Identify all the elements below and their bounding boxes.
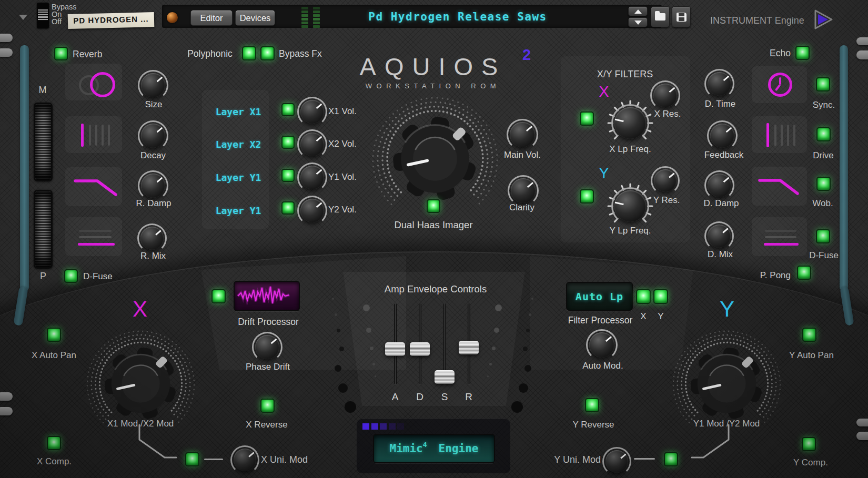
decor-dot (335, 365, 341, 372)
x-lp-freq-knob[interactable] (614, 107, 646, 139)
purple-square (371, 423, 378, 430)
y-uni-mod-led[interactable] (664, 452, 678, 466)
x-uni-mod-led[interactable] (185, 452, 199, 466)
decay-knob[interactable] (141, 124, 165, 148)
feedback-knob[interactable] (710, 124, 734, 148)
y-uni-line (634, 458, 655, 460)
purple-square (362, 423, 369, 430)
layer-name[interactable]: Layer Y1 (210, 172, 267, 183)
decor-dot (332, 298, 334, 300)
p-wheel[interactable] (34, 190, 53, 269)
bypass-fx-led[interactable] (260, 46, 275, 60)
mimic-display[interactable]: Mimic4Engine (373, 434, 495, 463)
decay-slider-handle[interactable] (410, 342, 430, 356)
y-auto-pan-led[interactable] (802, 328, 816, 342)
edge-handle (856, 419, 868, 426)
devices-button[interactable]: Devices (235, 10, 275, 26)
r-damp-knob[interactable] (141, 174, 165, 198)
x-comp-led[interactable] (47, 436, 61, 450)
x2-vol-knob[interactable] (300, 133, 324, 156)
layer-name[interactable]: Layer X1 (210, 106, 267, 117)
y-filter-led[interactable] (580, 189, 594, 204)
preset-up-button[interactable] (628, 6, 648, 16)
size-knob[interactable] (141, 73, 165, 97)
sustain-slider-handle[interactable] (435, 370, 455, 384)
y-lp-freq-knob[interactable] (614, 190, 646, 222)
sync-led[interactable] (816, 77, 830, 91)
r-mix-label: R. Mix (122, 251, 185, 261)
bypass-switch[interactable] (37, 3, 49, 28)
chevron-down-icon[interactable] (19, 15, 27, 20)
y-comp-led[interactable] (802, 437, 816, 451)
load-preset-button[interactable] (651, 6, 670, 27)
decay-icon-tile (65, 116, 122, 153)
y-uni-mod-knob[interactable] (605, 450, 628, 473)
power-orb-icon[interactable] (167, 12, 178, 23)
x1-vol-knob[interactable] (300, 100, 324, 124)
wob-led[interactable] (816, 177, 831, 191)
drift-display[interactable] (234, 281, 300, 311)
main-vol-knob[interactable] (510, 122, 535, 147)
decor-dot (495, 304, 502, 311)
layer-name[interactable]: Layer Y1 (210, 205, 267, 216)
m-wheel[interactable] (34, 103, 53, 181)
drive-led[interactable] (816, 127, 831, 141)
folder-icon (655, 13, 665, 21)
preset-display[interactable]: Pd Hydrogen Release Saws (337, 11, 579, 23)
x-auto-pan-led[interactable] (47, 328, 61, 342)
dfuse-right-led[interactable] (816, 229, 830, 243)
layer-led[interactable] (281, 201, 295, 215)
decor-dot (489, 363, 492, 365)
play-icon[interactable] (813, 9, 834, 30)
d-time-knob[interactable] (708, 72, 731, 96)
attack-slider-handle[interactable] (385, 342, 405, 356)
filter-x-led[interactable] (636, 289, 651, 304)
x-filter-led[interactable] (580, 111, 594, 126)
p-pong-led[interactable] (797, 266, 811, 280)
layer-name[interactable]: Layer X2 (210, 139, 267, 150)
auto-mod-knob[interactable] (589, 332, 614, 358)
d-damp-knob[interactable] (708, 174, 731, 197)
release-slider-handle[interactable] (459, 341, 479, 354)
layer-led[interactable] (281, 103, 295, 116)
r-mix-knob[interactable] (140, 227, 164, 250)
reverb-label: Reverb (73, 49, 102, 60)
decor-dot (494, 328, 499, 333)
layer-led[interactable] (281, 169, 295, 182)
drive-icon-tile (752, 116, 807, 153)
edge-handle (0, 407, 13, 415)
editor-button[interactable]: Editor (190, 10, 233, 26)
decor-dot (519, 383, 528, 393)
d-mix-knob[interactable] (708, 225, 731, 248)
x-res-knob[interactable] (653, 84, 677, 107)
preset-name-tag[interactable]: PD HYDROGEN ... (68, 12, 155, 29)
polyphonic-led[interactable] (242, 46, 256, 60)
drift-led[interactable] (211, 289, 226, 303)
preset-down-button[interactable] (628, 17, 648, 27)
filter-display[interactable]: Auto Lp (566, 282, 633, 311)
haas-led[interactable] (427, 199, 440, 213)
mimic-led-row (362, 423, 404, 430)
y-uni-mod-label: Y Uni. Mod (548, 454, 601, 465)
y-res-knob[interactable] (654, 169, 677, 192)
layer-led[interactable] (281, 136, 295, 149)
clarity-knob[interactable] (511, 178, 536, 203)
y-reverse-label: Y Reverse (551, 420, 635, 430)
x-reverse-led[interactable] (260, 399, 275, 413)
dfuse-left-led[interactable] (64, 269, 78, 283)
y1-vol-knob[interactable] (300, 166, 324, 189)
phase-drift-knob[interactable] (255, 335, 279, 359)
arrow-down-icon (634, 21, 642, 25)
y-reverse-led[interactable] (585, 398, 599, 412)
vu-meter-left (301, 7, 308, 28)
y2-vol-knob[interactable] (300, 199, 324, 222)
filter-y-led[interactable] (653, 289, 668, 304)
echo-led[interactable] (795, 46, 810, 60)
reverb-led[interactable] (54, 47, 68, 60)
save-preset-button[interactable] (672, 6, 691, 27)
x-lp-freq-label: X Lp Freq. (593, 144, 667, 155)
vol-label: Y1 Vol. (328, 172, 357, 182)
mimic-sup: 4 (423, 441, 427, 449)
x-uni-mod-knob[interactable] (234, 449, 256, 471)
bypass-switch-ribs (38, 9, 48, 21)
